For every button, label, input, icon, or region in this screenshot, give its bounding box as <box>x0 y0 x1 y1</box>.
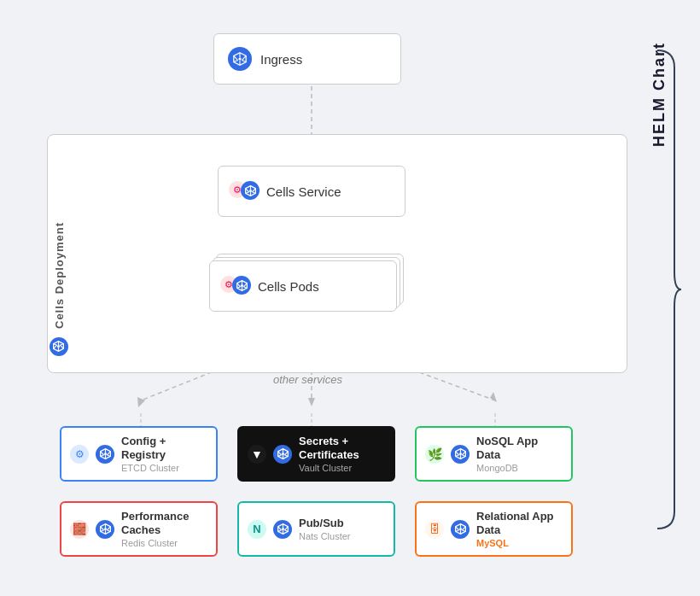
cells-service-label: Cells Service <box>266 184 341 199</box>
config-app-icon: ⚙ <box>70 445 89 464</box>
config-subtitle: ETCD Cluster <box>121 463 206 473</box>
svg-line-19 <box>234 61 238 62</box>
relational-k8s-icon <box>451 520 470 539</box>
service-box-secrets: ▼ Secrets + Certificates Vault Cluster <box>237 426 395 482</box>
relational-app-icon: 🗄 <box>425 520 444 539</box>
pubsub-title: Pub/Sub <box>299 517 351 530</box>
ingress-box: Ingress <box>213 33 401 85</box>
secrets-k8s-icon <box>273 445 292 464</box>
svg-point-30 <box>248 189 251 191</box>
svg-point-46 <box>103 453 106 455</box>
svg-marker-7 <box>308 398 315 406</box>
svg-marker-9 <box>490 392 497 402</box>
svg-line-17 <box>242 61 246 62</box>
nosql-subtitle: MongoDB <box>476 463 561 473</box>
svg-point-78 <box>281 528 283 530</box>
performance-title: Performance Caches <box>121 510 206 536</box>
service-box-nosql: 🌿 NoSQL App Data MongoDB <box>415 426 573 482</box>
performance-k8s-icon <box>96 520 114 539</box>
pubsub-subtitle: Nats Cluster <box>299 531 351 541</box>
helm-chart-label: HELM Chart <box>650 42 668 147</box>
secrets-subtitle: Vault Cluster <box>299 463 383 473</box>
svg-point-14 <box>238 57 241 60</box>
service-box-pubsub: N Pub/Sub Nats Cluster <box>237 501 395 557</box>
svg-point-62 <box>458 453 461 455</box>
cells-pods-stack: ⚙ Cells Pods <box>209 260 414 329</box>
svg-point-54 <box>281 453 283 455</box>
diagram-container: Ingress Cells Deployment ⚙ <box>17 8 683 588</box>
performance-app-icon: 🧱 <box>70 520 89 539</box>
relational-subtitle: MySQL <box>476 538 561 548</box>
secrets-title: Secrets + Certificates <box>299 435 383 461</box>
svg-line-16 <box>242 56 246 60</box>
cells-pods-box: ⚙ Cells Pods <box>209 260 397 312</box>
pubsub-k8s-icon <box>273 520 292 539</box>
cells-service-box: ⚙ Cells Service <box>218 166 405 217</box>
ingress-k8s-icon <box>228 47 252 71</box>
nosql-k8s-icon <box>451 445 470 464</box>
svg-point-22 <box>57 345 60 348</box>
service-box-relational: 🗄 Relational App Data MySQL <box>415 501 573 557</box>
other-services-label: other services <box>273 373 342 386</box>
nosql-app-icon: 🌿 <box>425 445 444 464</box>
cells-deployment-label: Cells Deployment <box>50 134 68 356</box>
helm-chart-brace: HELM Chart <box>640 42 683 537</box>
config-k8s-icon <box>96 445 114 464</box>
deployment-k8s-icon <box>50 337 68 356</box>
svg-point-86 <box>458 528 461 530</box>
relational-title: Relational App Data <box>476 510 561 536</box>
secrets-app-icon: ▼ <box>248 445 266 464</box>
nosql-title: NoSQL App Data <box>476 435 561 461</box>
ingress-label: Ingress <box>260 52 302 67</box>
svg-point-70 <box>103 528 106 530</box>
config-title: Config + Registry <box>121 435 206 461</box>
performance-subtitle: Redis Cluster <box>121 538 206 548</box>
service-box-performance: 🧱 Performance Caches Redis Cluster <box>60 501 218 557</box>
cells-pods-k8s-icon <box>232 276 251 295</box>
cells-service-k8s-icon <box>241 181 260 200</box>
svg-point-38 <box>240 283 242 286</box>
cells-pods-label: Cells Pods <box>258 279 319 294</box>
pubsub-app-icon: N <box>248 520 266 539</box>
service-box-config: ⚙ Config + Registry ETCD Cluster <box>60 426 218 482</box>
svg-marker-5 <box>137 397 145 407</box>
svg-line-20 <box>234 56 238 60</box>
